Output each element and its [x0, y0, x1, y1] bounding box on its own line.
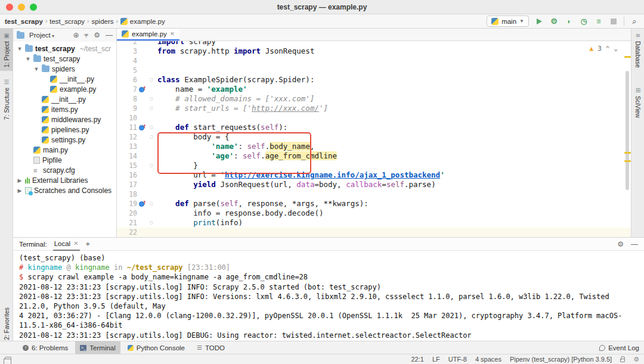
maximize-window-button[interactable] [30, 4, 37, 11]
interpreter-selector[interactable]: Pipenv (test_scrapy) [Python 3.9.5] [510, 356, 612, 363]
caret-position[interactable]: 22:1 [411, 356, 423, 363]
override-gutter-icon[interactable] [137, 123, 148, 132]
tab-example-py[interactable]: example.py ✕ [117, 29, 179, 41]
gear-icon[interactable]: ⚙ [633, 356, 639, 363]
code-line[interactable]: 18 [117, 189, 631, 199]
scrollbar-thumb[interactable] [626, 71, 629, 190]
breadcrumb-item[interactable]: example.py [130, 18, 165, 25]
fold-marker[interactable]: ▢ [148, 161, 155, 170]
search-everywhere-button[interactable]: ⌕ [630, 17, 639, 26]
breadcrumb-item[interactable]: test_scrapy [49, 18, 85, 25]
hide-panel-button[interactable]: — [106, 31, 113, 39]
run-configuration-select[interactable]: main ▼ [487, 15, 529, 27]
fold-marker[interactable]: ▢ [148, 123, 155, 132]
next-problem-button[interactable]: ⌄ [614, 45, 618, 52]
file-encoding[interactable]: UTF-8 [448, 356, 467, 363]
fold-marker[interactable]: ▢ [148, 104, 155, 113]
minimize-window-button[interactable] [18, 4, 25, 11]
close-icon[interactable]: ✕ [73, 240, 78, 247]
code-line[interactable]: 9▢ # start_urls = ['http://xxx.com/'] [117, 104, 631, 113]
breadcrumb-item[interactable]: spiders [91, 18, 113, 25]
locate-file-button[interactable]: ⊕ [73, 31, 79, 39]
tree-item[interactable]: main.py [13, 145, 116, 155]
debug-button[interactable]: ⚙ [549, 17, 559, 26]
code-line[interactable]: 2import scrapy [117, 41, 631, 46]
close-icon[interactable]: ✕ [170, 30, 175, 37]
close-window-button[interactable] [6, 4, 13, 11]
tab-todo[interactable]: ☰ TODO [192, 341, 230, 354]
terminal-tab-local[interactable]: Local ✕ [53, 238, 80, 251]
tree-item[interactable]: ▶External Libraries [13, 175, 116, 185]
tree-item[interactable]: example.py [13, 84, 116, 94]
editor-scrollbar[interactable] [625, 59, 630, 184]
fold-marker[interactable]: ▢ [148, 199, 155, 209]
new-session-button[interactable]: + [86, 239, 91, 248]
code-line[interactable]: 6▢class ExampleSpider(scrapy.Spider): [117, 75, 631, 85]
code-line[interactable]: 12▢ body = { [117, 132, 631, 142]
chevron-right-icon[interactable]: ▶ [17, 188, 23, 194]
code-line[interactable]: 10 [117, 113, 631, 123]
code-area[interactable]: 2import scrapy3from scrapy.http import J… [117, 41, 631, 237]
tree-item[interactable]: middlewares.py [13, 114, 116, 125]
collapse-all-button[interactable]: ⫧ [84, 31, 88, 39]
tab-terminal[interactable]: >_ Terminal [75, 341, 120, 354]
code-line[interactable]: 5 [117, 66, 631, 75]
line-separator[interactable]: LF [432, 356, 440, 363]
event-log-button[interactable]: Event Log [599, 344, 639, 351]
tree-item[interactable]: Pipfile [13, 155, 116, 165]
code-line[interactable]: 19▢ def parse(self, response, *args, **k… [117, 199, 631, 209]
prev-problem-button[interactable]: ⌃ [606, 45, 610, 52]
code-line[interactable]: 14 'age': self.age_from_cmdline [117, 151, 631, 161]
project-view-selector[interactable]: Project ▾ [29, 32, 54, 39]
run-with-coverage-button[interactable]: ◗ [564, 17, 574, 26]
tree-item[interactable]: __init__.py [13, 94, 116, 104]
chevron-down-icon[interactable]: ▼ [25, 56, 31, 62]
code-line[interactable]: 4 [117, 56, 631, 66]
override-gutter-icon[interactable] [137, 199, 148, 209]
tool-window-toggle-icon[interactable] [5, 357, 11, 362]
tree-item[interactable]: ▶Scratches and Consoles [13, 185, 116, 195]
fold-marker[interactable]: ▢ [148, 132, 155, 142]
tree-item[interactable]: ▼test_scrapy [13, 54, 116, 64]
stop-button[interactable] [609, 17, 618, 26]
tree-item[interactable]: ▼test_scrapy~/test_scr [13, 43, 116, 54]
tree-item[interactable]: __init__.py [13, 74, 116, 84]
chevron-right-icon[interactable]: ▶ [17, 178, 23, 183]
chevron-down-icon[interactable]: ▼ [17, 46, 23, 52]
code-line[interactable]: 3from scrapy.http import JsonRequest [117, 46, 631, 56]
chevron-down-icon[interactable]: ▼ [33, 66, 39, 72]
code-line[interactable]: 7 name = 'example' [117, 85, 631, 94]
indent-style[interactable]: 4 spaces [475, 356, 501, 363]
hide-panel-button[interactable]: — [631, 240, 638, 248]
fold-marker[interactable]: ▢ [148, 94, 155, 104]
override-gutter-icon[interactable] [137, 85, 148, 94]
sidebar-item-sciview[interactable]: ⊞ SciView [631, 83, 644, 122]
fold-marker[interactable]: ▢ [148, 218, 155, 228]
code-line[interactable]: 13 'name': self.body_name, [117, 142, 631, 151]
sidebar-item-structure[interactable]: ☰ 7: Structure [0, 75, 13, 123]
profile-button[interactable]: ◷ [579, 17, 589, 26]
tab-python-console[interactable]: Python Console [123, 341, 190, 354]
code-line[interactable]: 15▢ } [117, 161, 631, 170]
run-button[interactable] [534, 17, 544, 26]
code-line[interactable]: 11▢ def start_requests(self): [117, 123, 631, 132]
code-line[interactable]: 20 info = response.body.decode() [117, 209, 631, 218]
code-line[interactable]: 22 [117, 228, 631, 237]
code-line[interactable]: 16 url = 'http://exercise.kingname.info/… [117, 170, 631, 180]
fold-marker[interactable]: ▢ [148, 75, 155, 85]
code-line[interactable]: 8▢ # allowed_domains = ['xxx.com'] [117, 94, 631, 104]
sidebar-item-database[interactable]: ≋ Database [631, 29, 644, 71]
gear-icon[interactable]: ⚙ [617, 240, 624, 248]
tree-item[interactable]: items.py [13, 104, 116, 114]
concurrency-diagram-button[interactable]: ≡ [594, 17, 603, 26]
tree-item[interactable]: ≡scrapy.cfg [13, 165, 116, 175]
tree-item[interactable]: ▼spiders [13, 64, 116, 74]
breadcrumb-item[interactable]: test_scrapy [5, 18, 43, 25]
tab-problems[interactable]: ! 6: Problems [18, 341, 73, 354]
lock-icon[interactable] [620, 359, 625, 362]
gear-icon[interactable]: ⚙ [94, 31, 100, 39]
tree-item[interactable]: settings.py [13, 135, 116, 145]
tree-item[interactable]: pipelines.py [13, 125, 116, 135]
code-line[interactable]: 21▢ print(info) [117, 218, 631, 228]
code-line[interactable]: 17 yield JsonRequest(url, data=body, cal… [117, 180, 631, 189]
